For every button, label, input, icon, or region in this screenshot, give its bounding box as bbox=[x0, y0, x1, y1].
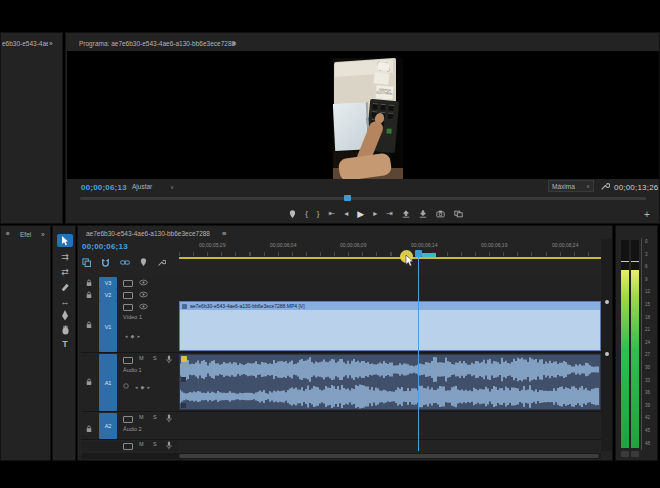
playhead-line[interactable] bbox=[418, 252, 419, 451]
sync-lock-icon[interactable] bbox=[123, 416, 133, 423]
resolution-dropdown[interactable]: Máxima ∨ bbox=[548, 180, 594, 192]
timeline-playhead-timecode[interactable]: 00;00;06;13 bbox=[82, 242, 128, 251]
mark-in-button[interactable]: { bbox=[305, 210, 308, 218]
scroll-handle-dot[interactable] bbox=[605, 300, 609, 304]
step-back-button[interactable]: ◂ bbox=[344, 210, 348, 218]
track-lane-a2[interactable] bbox=[179, 413, 601, 440]
meter-channel-button[interactable] bbox=[621, 451, 629, 457]
lock-icon[interactable] bbox=[85, 279, 93, 287]
audio-meters-panel: 036912151821242730333639424548 bbox=[615, 225, 658, 461]
mute-button-a2[interactable]: M bbox=[139, 415, 144, 421]
source-monitor-tab[interactable]: e6b30-e543-4ae6-a130 bbox=[2, 40, 48, 47]
lock-icon[interactable] bbox=[85, 291, 93, 299]
tab-overflow-chevron[interactable]: » bbox=[41, 231, 45, 238]
program-total-timecode: 00;00;13;26 bbox=[614, 183, 658, 192]
track-name-a2[interactable]: Áudio 2 bbox=[123, 427, 142, 433]
lock-icon[interactable] bbox=[85, 425, 93, 433]
step-forward-button[interactable]: ▸ bbox=[373, 210, 377, 218]
track-target-v1[interactable]: V1 bbox=[99, 301, 117, 352]
go-to-in-button[interactable]: ⇤ bbox=[328, 210, 335, 218]
voiceover-mic-icon[interactable] bbox=[165, 414, 173, 423]
justica-eleitoral-placard: JUSTIÇA ELEITORAL bbox=[375, 85, 393, 99]
sync-lock-icon[interactable] bbox=[123, 304, 133, 311]
timeline-right-scrollbar[interactable] bbox=[601, 239, 612, 451]
track-visibility-eye-icon[interactable] bbox=[139, 279, 148, 286]
voiceover-mic-icon[interactable] bbox=[165, 355, 173, 364]
audio-clip[interactable] bbox=[179, 354, 601, 410]
snap-magnet-icon[interactable] bbox=[101, 258, 110, 267]
scrollbar-handle[interactable] bbox=[179, 454, 599, 458]
button-editor-plus[interactable]: + bbox=[644, 210, 650, 220]
timeline-marker-span[interactable] bbox=[422, 253, 436, 257]
monitor-scrubber-playhead[interactable] bbox=[344, 195, 351, 201]
nest-sequences-icon[interactable] bbox=[82, 258, 91, 267]
settings-wrench-icon[interactable] bbox=[600, 181, 610, 191]
razor-tool[interactable] bbox=[57, 280, 73, 293]
slip-tool[interactable]: ↔ bbox=[57, 295, 73, 308]
tab-overflow-chevron[interactable]: » bbox=[49, 40, 53, 47]
source-monitor-panel: e6b30-e543-4ae6-a130 » bbox=[0, 32, 63, 224]
timeline-ruler[interactable]: 00;00;05;29 00;00;06;04 00;00;06;09 00;0… bbox=[179, 239, 601, 258]
lift-icon[interactable] bbox=[402, 210, 410, 218]
track-target-v3[interactable]: V3 bbox=[99, 277, 117, 289]
premiere-window: e6b30-e543-4ae6-a130 » Programa: ae7e6b3… bbox=[0, 0, 660, 488]
mute-button-a1[interactable]: M bbox=[139, 356, 144, 362]
lock-icon[interactable] bbox=[85, 378, 93, 386]
db-label: 42 bbox=[645, 416, 650, 421]
lock-icon[interactable] bbox=[85, 321, 93, 329]
ripple-edit-tool[interactable]: ⇄ bbox=[57, 265, 73, 278]
tools-panel: ⇉ ⇄ ↔ T bbox=[52, 225, 76, 461]
play-button[interactable]: ▶ bbox=[357, 210, 364, 219]
program-current-timecode[interactable]: 00;00;06;13 bbox=[81, 183, 127, 192]
timeline-settings-wrench-icon[interactable] bbox=[157, 258, 166, 267]
meter-channel-button[interactable] bbox=[631, 451, 639, 457]
sync-lock-icon[interactable] bbox=[123, 357, 133, 364]
export-frame-camera-icon[interactable] bbox=[436, 210, 445, 218]
selection-tool[interactable] bbox=[57, 234, 73, 247]
track-visibility-eye-icon[interactable] bbox=[139, 291, 148, 298]
timeline-tab[interactable]: ae7e6b30-e543-4ae6-a130-bb6e3ece7288 bbox=[86, 230, 210, 237]
add-marker-icon[interactable] bbox=[289, 210, 296, 219]
sync-lock-icon[interactable] bbox=[123, 292, 133, 299]
playhead-head[interactable] bbox=[415, 250, 422, 257]
keyframe-next-icon[interactable]: ▸ bbox=[147, 384, 153, 390]
track-name-a1[interactable]: Áudio 1 bbox=[123, 368, 142, 374]
type-tool[interactable]: T bbox=[57, 337, 73, 350]
panel-menu-icon[interactable]: ≡ bbox=[6, 230, 10, 237]
master-solo-button[interactable]: S bbox=[153, 442, 157, 448]
comparison-view-icon[interactable] bbox=[454, 210, 463, 218]
track-select-forward-tool[interactable]: ⇉ bbox=[57, 250, 73, 263]
hand-tool[interactable] bbox=[57, 323, 73, 336]
sync-lock-icon[interactable] bbox=[123, 443, 133, 450]
letterbox-top bbox=[0, 0, 660, 32]
track-target-a1[interactable]: A1 bbox=[99, 354, 117, 411]
effects-tab[interactable]: Efei bbox=[20, 231, 31, 238]
track-target-a2[interactable]: A2 bbox=[99, 413, 117, 439]
track-target-v2[interactable]: V2 bbox=[99, 289, 117, 301]
extract-icon[interactable] bbox=[419, 210, 427, 218]
linked-selection-icon[interactable] bbox=[120, 258, 130, 267]
mark-out-button[interactable]: } bbox=[317, 210, 320, 218]
master-mute-button[interactable]: M bbox=[139, 442, 144, 448]
monitor-scrubber-track[interactable] bbox=[80, 197, 646, 200]
track-visibility-eye-icon[interactable] bbox=[139, 303, 148, 310]
video-clip[interactable]: ae7e6b30-e543-4ae6-a130-bb6e3ece7288.MP4… bbox=[179, 301, 601, 351]
keyframe-next-icon[interactable]: ▸ bbox=[137, 333, 143, 339]
solo-button-a1[interactable]: S bbox=[153, 356, 157, 362]
track-row-a2: M S A2 Áudio 2 bbox=[81, 413, 179, 440]
go-to-out-button[interactable]: ⇥ bbox=[386, 210, 393, 218]
scroll-handle-dot[interactable] bbox=[605, 352, 609, 356]
panel-menu-icon[interactable]: ≡ bbox=[222, 229, 226, 238]
db-label: 9 bbox=[645, 278, 648, 283]
fit-dropdown[interactable]: Ajustar ∨ bbox=[129, 181, 177, 192]
panel-menu-icon[interactable]: ≡ bbox=[232, 39, 236, 48]
add-marker-icon[interactable] bbox=[140, 258, 147, 267]
pen-tool[interactable] bbox=[57, 309, 73, 322]
program-monitor-tab[interactable]: Programa: ae7e6b30-e543-4ae6-a130-bb6e3e… bbox=[79, 40, 235, 47]
voiceover-mic-icon[interactable] bbox=[165, 441, 173, 450]
sync-lock-icon[interactable] bbox=[123, 280, 133, 287]
track-name-v1[interactable]: Vídeo 1 bbox=[123, 315, 142, 321]
solo-button-a2[interactable]: S bbox=[153, 415, 157, 421]
show-keyframes-icon[interactable] bbox=[123, 383, 129, 389]
timeline-horizontal-scrollbar[interactable] bbox=[81, 453, 601, 459]
